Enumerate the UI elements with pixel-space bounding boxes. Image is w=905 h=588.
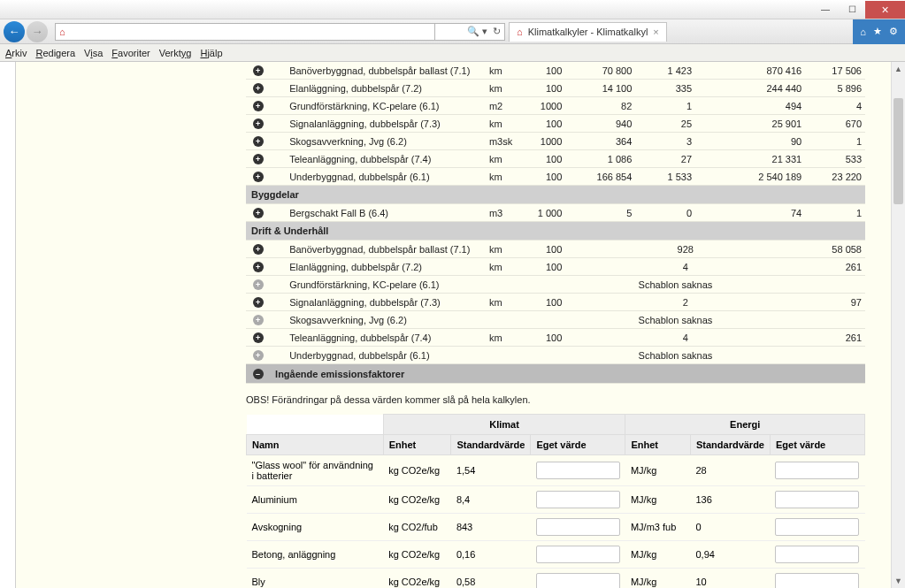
ef-klimat-std: 8,4 [451,486,531,514]
vertical-scrollbar[interactable]: ▲ ▼ [891,62,905,588]
row-qty: 1000 [522,133,566,150]
row-name: Teleanläggning, dubbelspår (7.4) [286,150,486,168]
back-button[interactable]: ← [4,21,25,42]
ef-energi-std: 28 [690,455,770,486]
scroll-up-icon[interactable]: ▲ [892,62,905,76]
row-unit: km [486,241,522,258]
menu-favoriter[interactable]: Favoriter [111,48,150,58]
ef-klimat-input[interactable] [536,491,620,508]
tab-close-icon[interactable]: × [653,27,658,37]
expand-icon[interactable]: + [253,65,264,76]
expand-icon[interactable]: + [253,101,264,111]
expand-icon[interactable]: + [253,83,264,94]
row-unit: km [486,329,522,347]
expand-icon[interactable]: + [253,244,264,255]
row-qty: 1 000 [522,204,566,222]
row-name: Grundförstärkning, KC-pelare (6.1) [286,97,486,115]
expand-icon[interactable]: + [253,136,264,147]
section-drift: Drift & Underhåll [246,222,865,241]
ef-energi-std: 0 [690,514,770,541]
forward-button[interactable]: → [27,21,48,42]
menu-arkiv[interactable]: Arkiv [5,48,27,58]
settings-icon[interactable]: ⚙ [889,26,898,37]
ef-energi-unit: MJ/m3 fub [625,514,691,541]
row-val4: 533 [805,150,865,168]
ef-energi-own [770,541,864,569]
row-name: Elanläggning, dubbelspår (7.2) [286,80,486,97]
home-icon[interactable]: ⌂ [860,27,866,37]
ef-klimat-unit: kg CO2e/kg [383,455,451,486]
ef-klimat-input[interactable] [536,518,620,536]
row-qty: 100 [522,258,566,276]
browser-navbar: ← → ⌂ 🔍 ▾ ↻ ⌂ Klimatkalkyler - Klimatkal… [0,19,905,44]
ef-klimat-input[interactable] [536,573,620,588]
expand-icon[interactable]: + [253,315,264,325]
expand-icon[interactable]: + [253,208,264,218]
ef-energi-input[interactable] [775,573,859,588]
ef-energi-input[interactable] [775,518,859,536]
expand-icon[interactable]: + [253,332,264,343]
row-val1: 82 [565,97,635,115]
menu-hjalp[interactable]: Hjälp [200,48,222,58]
expand-icon[interactable]: + [253,279,264,290]
row-name: Underbyggnad, dubbelspår (6.1) [286,347,486,364]
table-row: +Grundförstärkning, KC-pelare (6.1)m2100… [246,97,865,115]
ef-klimat-std: 1,54 [451,455,531,486]
reload-icon[interactable]: ↻ [493,26,501,37]
collapse-icon[interactable]: – [253,369,264,379]
ef-name: Betong, anläggning [247,541,384,569]
search-icon[interactable]: 🔍 ▾ [467,26,487,37]
close-button[interactable]: × [865,1,905,19]
row-val1: 166 854 [565,168,635,186]
expand-icon[interactable]: + [253,154,264,164]
schablon-label: Schablon saknas [486,311,865,329]
ef-energi-input[interactable] [775,491,859,508]
row-val2: 0 [635,204,695,222]
row-qty: 100 [522,150,566,168]
ef-energi-own [770,569,864,589]
ef-klimat-input[interactable] [536,462,620,479]
expand-icon[interactable]: + [253,297,264,308]
section-emission[interactable]: –Ingående emissionsfaktorer [246,364,865,384]
page-content: +Banöverbyggnad, dubbelspår ballast (7.1… [16,62,905,588]
expand-icon[interactable]: + [253,350,264,361]
site-icon: ⌂ [59,27,65,37]
ef-name: "Glass wool" för användning i batterier [247,455,384,486]
col-own-k: Eget värde [531,435,625,455]
expand-icon[interactable]: + [253,172,264,182]
browser-tab[interactable]: ⌂ Klimatkalkyler - Klimatkalkyl × [509,22,667,42]
energi-header: Energi [625,415,865,435]
ef-klimat-input[interactable] [536,546,620,563]
ef-energi-unit: MJ/kg [625,455,691,486]
row-mid: 4 [565,258,805,276]
ef-name: Bly [247,569,384,589]
scroll-down-icon[interactable]: ▼ [892,574,905,588]
menu-visa[interactable]: Visa [84,48,103,58]
row-name: Signalanläggning, dubbelspår (7.3) [286,294,486,311]
expand-icon[interactable]: + [253,118,264,129]
emission-factors-table: Klimat Energi Namn Enhet Standardvärde E… [246,414,865,588]
row-unit: km [486,150,522,168]
menu-redigera[interactable]: Redigera [35,48,75,58]
ef-energi-input[interactable] [775,462,859,479]
minimize-button[interactable]: — [812,1,839,19]
col-std-e: Standardvärde [690,435,770,455]
row-val1: 364 [565,133,635,150]
ef-klimat-own [531,455,625,486]
section-byggdelar: Byggdelar [246,186,865,204]
row-val3: 870 416 [695,62,805,80]
ef-klimat-own [531,541,625,569]
expand-icon[interactable]: + [253,262,264,272]
row-val3: 494 [695,97,805,115]
maximize-button[interactable]: ☐ [839,1,865,19]
row-val4: 23 220 [805,168,865,186]
menu-verktyg[interactable]: Verktyg [159,48,192,58]
scroll-track[interactable] [892,76,905,574]
address-bar[interactable]: ⌂ [55,23,435,41]
ef-energi-input[interactable] [775,546,859,563]
row-val2: 3 [635,133,695,150]
table-row: +Signalanläggning, dubbelspår (7.3)km100… [246,115,865,133]
row-val3: 21 331 [695,150,805,168]
scroll-thumb[interactable] [893,98,903,204]
favorites-icon[interactable]: ★ [873,26,882,37]
